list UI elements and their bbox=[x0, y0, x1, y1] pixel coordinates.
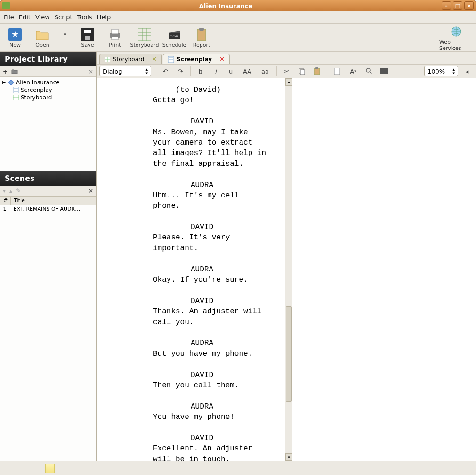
menu-help[interactable]: Help bbox=[97, 14, 111, 21]
col-title[interactable]: Title bbox=[11, 197, 96, 205]
script-line-dialog[interactable]: Okay. If you're sure. bbox=[153, 275, 266, 285]
script-line-character[interactable]: DAVID bbox=[153, 296, 266, 306]
script-line-blank[interactable] bbox=[153, 285, 266, 295]
screenplay-editor[interactable]: (to David)Gotta go! DAVIDMs. Bowen, may … bbox=[97, 78, 476, 461]
script-line-blank[interactable] bbox=[153, 212, 266, 222]
menu-file[interactable]: File bbox=[4, 14, 14, 21]
script-line-character[interactable]: AUDRA bbox=[153, 264, 266, 275]
close-icon[interactable]: ✕ bbox=[219, 56, 225, 63]
menu-view[interactable]: View bbox=[35, 14, 50, 21]
edit-scene-button[interactable]: ✎ bbox=[16, 188, 21, 194]
save-button[interactable]: Save bbox=[75, 27, 100, 48]
uppercase-button[interactable]: AA bbox=[240, 66, 255, 77]
menu-script[interactable]: Script bbox=[55, 14, 73, 21]
scroll-down-button[interactable]: ▾ bbox=[285, 453, 292, 461]
script-line-blank[interactable] bbox=[153, 328, 266, 338]
vertical-scrollbar[interactable]: ▴ ▾ bbox=[285, 78, 292, 461]
script-line-dialog[interactable]: Ms. Bowen, may I take bbox=[153, 127, 266, 138]
copy-button[interactable] bbox=[296, 66, 308, 77]
script-line-blank[interactable] bbox=[153, 359, 266, 369]
script-line-character[interactable]: DAVID bbox=[153, 222, 266, 232]
minimize-button[interactable]: – bbox=[442, 1, 451, 10]
script-line-character[interactable]: AUDRA bbox=[153, 401, 266, 412]
script-line-character[interactable]: AUDRA bbox=[153, 180, 266, 190]
report-button[interactable]: Report bbox=[189, 27, 214, 48]
menu-edit[interactable]: Edit bbox=[19, 14, 31, 21]
script-line-dialog[interactable]: important. bbox=[153, 243, 266, 254]
style-select[interactable]: Dialog ▴▾ bbox=[99, 66, 151, 76]
overflow-button[interactable]: ◂ bbox=[461, 66, 473, 77]
script-line-dialog[interactable]: all images? It'll help in bbox=[153, 148, 266, 158]
script-line-dialog[interactable]: your camera to extract bbox=[153, 138, 266, 148]
redo-button[interactable]: ↷ bbox=[174, 66, 186, 77]
script-line-dialog[interactable]: phone. bbox=[153, 201, 266, 211]
script-line-dialog[interactable]: You have my phone! bbox=[153, 412, 266, 422]
col-number[interactable]: # bbox=[0, 197, 11, 205]
script-line-character[interactable]: DAVID bbox=[153, 433, 266, 443]
script-line-dialog[interactable]: the final appraisal. bbox=[153, 159, 266, 169]
bold-button[interactable]: b bbox=[194, 66, 207, 77]
cut-button[interactable]: ✂ bbox=[281, 66, 293, 77]
close-scenes-button[interactable]: × bbox=[89, 188, 93, 194]
menu-tools[interactable]: Tools bbox=[77, 14, 92, 21]
search-icon bbox=[365, 67, 373, 75]
print-button[interactable]: Print bbox=[103, 27, 127, 48]
scroll-thumb[interactable] bbox=[286, 306, 292, 402]
script-line-blank[interactable] bbox=[153, 254, 266, 264]
add-item-button[interactable]: + bbox=[3, 68, 8, 75]
tree-screenplay[interactable]: Screenplay bbox=[2, 86, 94, 94]
script-line-paren[interactable]: (to David) bbox=[153, 85, 266, 95]
schedule-button[interactable]: movie Schedule bbox=[162, 27, 186, 48]
paste-button[interactable] bbox=[311, 66, 323, 77]
close-icon[interactable]: ✕ bbox=[152, 56, 157, 63]
tab-storyboard[interactable]: Storyboard ✕ bbox=[99, 54, 162, 64]
notes-icon[interactable] bbox=[45, 464, 55, 473]
view-mode-button[interactable] bbox=[378, 66, 390, 77]
script-line-blank[interactable] bbox=[153, 391, 266, 401]
maximize-button[interactable]: □ bbox=[453, 1, 462, 10]
page-button[interactable] bbox=[331, 66, 343, 77]
collapse-icon[interactable]: ⊟ bbox=[2, 79, 7, 86]
script-line-character[interactable]: DAVID bbox=[153, 116, 266, 127]
underline-button[interactable]: u bbox=[225, 66, 237, 77]
script-line-blank[interactable] bbox=[153, 169, 266, 180]
table-row[interactable]: 1 EXT. REMAINS OF AUDR… bbox=[0, 205, 96, 213]
folder-button[interactable] bbox=[11, 69, 18, 74]
script-line-dialog[interactable]: Uhm... It's my cell bbox=[153, 190, 266, 201]
script-line-dialog[interactable]: Excellent. An adjuster bbox=[153, 443, 266, 454]
script-line-character[interactable]: DAVID bbox=[153, 370, 266, 380]
script-line-blank[interactable] bbox=[153, 423, 266, 433]
scenes-table[interactable]: # Title 1 EXT. REMAINS OF AUDR… bbox=[0, 196, 96, 461]
script-line-dialog[interactable]: call you. bbox=[153, 317, 266, 328]
tree-project-root[interactable]: ⊟ Alien Insurance bbox=[2, 79, 94, 86]
storyboard-button[interactable]: Storyboard bbox=[130, 27, 159, 48]
web-services-button[interactable]: Web Services bbox=[439, 24, 473, 51]
find-button[interactable] bbox=[363, 66, 375, 77]
move-down-button[interactable]: ▾ bbox=[3, 188, 6, 194]
italic-button[interactable]: i bbox=[210, 66, 222, 77]
open-dropdown[interactable]: ▾ bbox=[57, 27, 73, 48]
script-line-dialog[interactable]: Gotta go! bbox=[153, 95, 266, 106]
project-tree[interactable]: ⊟ Alien Insurance Screenplay Storyboard bbox=[0, 77, 96, 171]
lowercase-button[interactable]: aa bbox=[258, 66, 273, 77]
font-size-button[interactable]: A▾ bbox=[346, 66, 360, 77]
script-line-dialog[interactable]: Please. It's very bbox=[153, 232, 266, 243]
close-panel-button[interactable]: × bbox=[89, 68, 93, 75]
script-line-dialog[interactable]: But you have my phone. bbox=[153, 349, 266, 359]
scroll-track[interactable] bbox=[285, 86, 292, 453]
scroll-up-button[interactable]: ▴ bbox=[285, 78, 292, 86]
new-button[interactable]: ★ New bbox=[3, 27, 27, 48]
close-button[interactable]: × bbox=[464, 1, 474, 10]
open-button[interactable]: Open bbox=[30, 27, 55, 48]
script-line-dialog[interactable]: will be in touch. bbox=[153, 454, 266, 461]
scenes-header: Scenes bbox=[0, 171, 96, 186]
undo-button[interactable]: ↶ bbox=[159, 66, 171, 77]
move-up-button[interactable]: ▴ bbox=[9, 188, 12, 194]
tree-storyboard[interactable]: Storyboard bbox=[2, 94, 94, 101]
script-line-blank[interactable] bbox=[153, 106, 266, 116]
script-line-character[interactable]: AUDRA bbox=[153, 338, 266, 348]
script-line-dialog[interactable]: Thanks. An adjuster will bbox=[153, 306, 266, 317]
zoom-select[interactable]: 100% ▴▾ bbox=[424, 66, 458, 76]
tab-screenplay[interactable]: Screenplay ✕ bbox=[163, 54, 230, 64]
script-line-dialog[interactable]: Then you call them. bbox=[153, 380, 266, 391]
